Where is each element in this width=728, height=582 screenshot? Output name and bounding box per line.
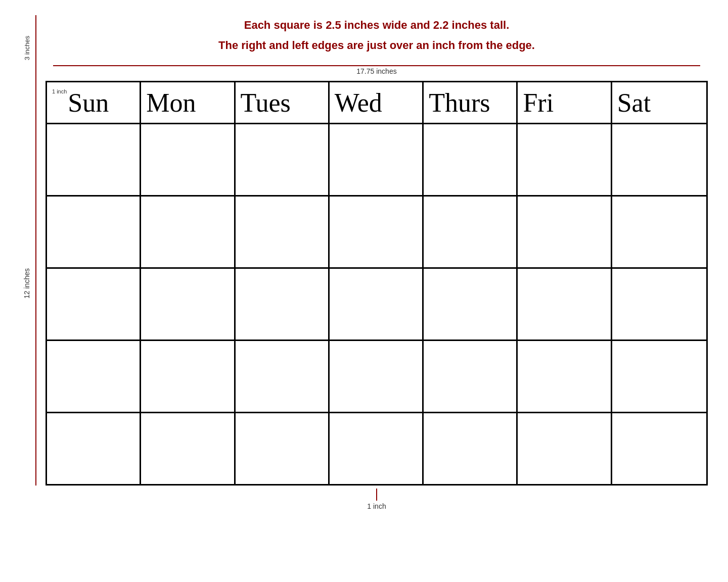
day-sat: Sat <box>617 88 651 118</box>
day-thurs: Thurs <box>429 88 490 118</box>
cell-4-3 <box>236 341 330 412</box>
cell-5-5 <box>424 413 518 484</box>
cell-4-4 <box>330 341 424 412</box>
three-inch-label: 3 inches <box>23 36 31 60</box>
cell-1-2 <box>141 124 235 195</box>
cell-1-7 <box>612 124 706 195</box>
day-fri: Fri <box>523 88 554 118</box>
cal-row-2 <box>47 197 706 269</box>
cal-row-3 <box>47 269 706 341</box>
header-cell-tues: Tues <box>236 82 330 123</box>
cell-4-1 <box>47 341 141 412</box>
cell-5-1 <box>47 413 141 484</box>
cell-5-2 <box>141 413 235 484</box>
three-inch-ruler: 3 inches <box>20 15 46 81</box>
inch-label: 1 inch <box>52 88 67 94</box>
cell-2-3 <box>236 197 330 267</box>
horizontal-ruler-label: 17.75 inches <box>356 67 396 75</box>
top-section: 3 inches Each square is 2.5 inches wide … <box>20 15 708 81</box>
cell-2-2 <box>141 197 235 267</box>
cell-1-4 <box>330 124 424 195</box>
cell-2-4 <box>330 197 424 267</box>
cal-row-5 <box>47 413 706 484</box>
cell-2-6 <box>518 197 612 267</box>
cell-2-1 <box>47 197 141 267</box>
header-cell-wed: Wed <box>330 82 424 123</box>
info-section: Each square is 2.5 inches wide and 2.2 i… <box>46 15 708 55</box>
header-cell-sat: Sat <box>612 82 706 123</box>
cell-3-4 <box>330 269 424 340</box>
cell-3-7 <box>612 269 706 340</box>
day-tues: Tues <box>241 88 291 118</box>
header-cell-mon: Mon <box>141 82 235 123</box>
cell-3-3 <box>236 269 330 340</box>
instruction-line2: The right and left edges are just over a… <box>86 35 667 56</box>
cell-1-1 <box>47 124 141 195</box>
cell-1-5 <box>424 124 518 195</box>
cell-3-5 <box>424 269 518 340</box>
instruction-line1: Each square is 2.5 inches wide and 2.2 i… <box>86 15 667 35</box>
bottom-section: 1 inch <box>20 489 708 510</box>
cell-2-5 <box>424 197 518 267</box>
calendar-grid: 1 inch Sun Mon Tues Wed Thurs Fri Sat <box>46 81 708 486</box>
cell-1-6 <box>518 124 612 195</box>
calendar-header: 1 inch Sun Mon Tues Wed Thurs Fri Sat <box>47 82 706 124</box>
cell-4-5 <box>424 341 518 412</box>
left-12-inch-ruler: 12 inches <box>20 81 46 486</box>
cell-3-2 <box>141 269 235 340</box>
horizontal-ruler-line <box>53 65 700 66</box>
ruler-left-12-label: 12 inches <box>23 268 31 299</box>
cell-4-2 <box>141 341 235 412</box>
bottom-ruler-line <box>376 489 377 501</box>
header-cell-sun: 1 inch Sun <box>47 82 141 123</box>
bottom-ruler: 1 inch <box>367 489 386 510</box>
bottom-ruler-label: 1 inch <box>367 502 386 510</box>
calendar-body <box>47 124 706 484</box>
cell-4-6 <box>518 341 612 412</box>
cell-2-7 <box>612 197 706 267</box>
cell-5-4 <box>330 413 424 484</box>
header-cell-thurs: Thurs <box>424 82 518 123</box>
instructions-and-ruler: Each square is 2.5 inches wide and 2.2 i… <box>46 15 708 78</box>
cal-row-1 <box>47 124 706 197</box>
three-inch-line <box>35 15 36 81</box>
calendar-wrapper: 12 inches 1 inch Sun Mon Tues Wed Thurs … <box>20 81 708 486</box>
header-cell-fri: Fri <box>518 82 612 123</box>
cell-3-6 <box>518 269 612 340</box>
day-sun: Sun <box>68 88 109 118</box>
cal-row-4 <box>47 341 706 413</box>
cell-1-3 <box>236 124 330 195</box>
cell-5-3 <box>236 413 330 484</box>
ruler-left-12-line <box>35 81 36 486</box>
day-wed: Wed <box>335 88 382 118</box>
cell-5-6 <box>518 413 612 484</box>
cell-4-7 <box>612 341 706 412</box>
day-mon: Mon <box>146 88 196 118</box>
cell-3-1 <box>47 269 141 340</box>
horizontal-ruler: 17.75 inches <box>53 65 700 75</box>
cell-5-7 <box>612 413 706 484</box>
